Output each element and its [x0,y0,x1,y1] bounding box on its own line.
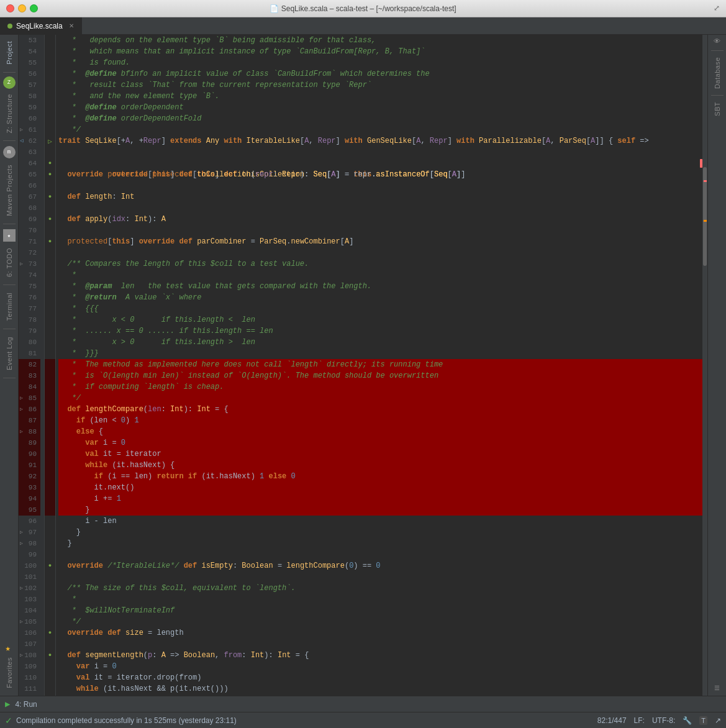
close-button[interactable] [6,4,14,12]
code-line-92: if (i == len) return if (it.hasNext) 1 e… [58,471,702,482]
line-num-111: 111 [19,683,40,694]
gutter-105 [45,616,55,627]
gutter-77 [45,303,55,314]
gutter-95 [45,504,55,516]
gutter-93 [45,482,55,493]
run-play-icon[interactable]: ▶ [5,699,10,709]
code-line-78: * x < 0 if this.length < len [58,314,702,325]
status-message: Compilation completed successfully in 1s… [16,716,237,725]
gutter-106: ● [45,627,55,639]
line-num-85: 85 ▷ [19,393,40,404]
share-icon[interactable]: ↗ [715,716,721,725]
tab-close-icon[interactable]: ✕ [69,22,74,29]
sidebar-item-favorites[interactable]: Favorites [6,653,13,692]
minimize-button[interactable] [18,4,26,12]
sidebar-item-project[interactable]: Project [6,37,13,68]
project-icon[interactable]: Z [3,76,16,89]
left-sidebar: Project Z Z: Structure m Maven Projects … [0,35,19,696]
gutter-84 [45,381,55,393]
editor-area[interactable]: 53 54 55 56 57 58 59 60 61 ▷ 62 ◁ 63 64 … [19,35,707,696]
code-line-68 [58,202,702,214]
gutter-102 [45,583,55,594]
line-num-87: 87 [19,415,40,426]
code-line-76: * @return A value `x` where [58,292,702,303]
code-line-56: * @define bfinfo an implicit value of cl… [58,68,702,80]
sidebar-item-maven[interactable]: Maven Projects [6,161,13,220]
gutter-55 [45,57,55,68]
gutter-63 [45,147,55,158]
code-container: 53 54 55 56 57 58 59 60 61 ▷ 62 ◁ 63 64 … [19,35,707,696]
line-num-56: 56 [19,68,40,80]
code-line-89: var i = 0 [58,437,702,448]
line-num-91: 91 [19,460,40,471]
code-lines[interactable]: * depends on the element type `B` being … [56,35,702,696]
code-line-74: * [58,270,702,281]
favorites-icon[interactable]: ★ [6,643,13,653]
sidebar-item-todo[interactable]: 6: TODO [6,244,13,281]
gutter-54 [45,46,55,57]
tab-label: SeqLike.scala [16,22,63,30]
gutter-88 [45,426,55,437]
line-num-55: 55 [19,57,40,68]
gutter-75 [45,281,55,292]
code-line-86: def lengthCompare(len: Int): Int = { [58,404,702,415]
line-num-109: 109 [19,661,40,672]
wrench-icon[interactable]: 🔧 [683,716,692,725]
line-num-96: 96 [19,516,40,527]
cursor-position[interactable]: 82:1/447 [597,716,627,725]
sidebar-separator-4 [3,284,16,285]
gutter-61 [45,124,55,135]
gutter-53 [45,35,55,46]
eye-icon[interactable]: 👁 [714,37,720,45]
sidebar-separator [3,72,16,73]
line-num-98: 98 ▷ [19,538,40,549]
line-num-110: 110 [19,672,40,683]
sidebar-separator-2 [3,140,16,141]
line-num-97: 97 ▷ [19,527,40,538]
line-num-82: 82 [19,359,40,370]
right-sidebar-sep-2 [711,95,724,96]
sidebar-item-structure[interactable]: Z: Structure [6,90,13,137]
sidebar-item-terminal[interactable]: Terminal [6,289,13,325]
gutter-58 [45,91,55,102]
line-num-81: 81 [19,348,40,359]
code-line-73: /** Compares the length of this $coll to… [58,258,702,270]
settings-icon[interactable]: ☰ [714,685,720,692]
tab-indicator [7,24,12,29]
line-num-102: 102 ▷ [19,583,40,594]
code-line-87: if (len < 0) 1 [58,415,702,426]
sidebar-item-eventlog[interactable]: Event Log [6,333,13,374]
T-icon[interactable]: T [699,716,707,725]
line-num-92: 92 [19,471,40,482]
code-line-95: } [58,504,702,516]
run-bar: ▶ 4: Run [0,696,726,712]
scrollbar-warning-marker [704,220,707,222]
run-label[interactable]: 4: Run [15,700,37,709]
code-line-58: * and the new element type `B`. [58,91,702,102]
file-icon: 📄 [270,4,281,13]
maximize-button[interactable] [30,4,38,12]
tab-seqlike[interactable]: SeqLike.scala ✕ [0,17,82,34]
code-line-67: def length: Int [58,191,702,202]
sidebar-item-database[interactable]: Database [714,53,721,93]
code-line-66 [58,180,702,191]
scrollbar[interactable] [702,35,707,696]
sidebar-item-sbt[interactable]: SBT [714,98,721,120]
code-line-80: * x > 0 if this.length > len [58,337,702,348]
code-line-53: * depends on the element type `B` being … [58,35,702,46]
maven-icon: m [3,146,16,158]
sidebar-separator-5 [3,329,16,329]
line-num-72: 72 [19,247,40,258]
code-line-88: else { [58,426,702,437]
line-num-70: 70 [19,225,40,236]
encoding[interactable]: UTF-8: [652,716,675,725]
code-line-90: val it = iterator [58,448,702,460]
line-num-74: 74 [19,270,40,281]
tab-bar: SeqLike.scala ✕ [0,17,726,35]
line-num-77: 77 [19,303,40,314]
gutter-67: ● [45,191,55,202]
expand-button[interactable]: ⤢ [714,4,720,13]
line-num-53: 53 [19,35,40,46]
line-ending[interactable]: LF: [634,716,645,725]
code-line-105: */ [58,616,702,627]
